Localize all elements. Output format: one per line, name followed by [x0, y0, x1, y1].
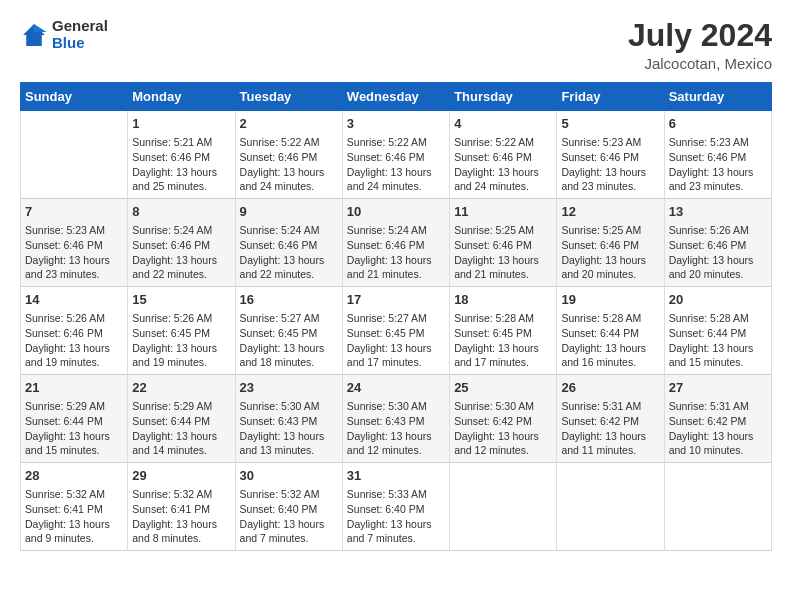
- sunrise: Sunrise: 5:24 AM: [347, 224, 427, 236]
- sunset: Sunset: 6:44 PM: [132, 415, 210, 427]
- calendar-table: Sunday Monday Tuesday Wednesday Thursday…: [20, 82, 772, 551]
- calendar-cell: 30Sunrise: 5:32 AMSunset: 6:40 PMDayligh…: [235, 462, 342, 550]
- daylight: Daylight: 13 hours and 25 minutes.: [132, 166, 217, 193]
- sunrise: Sunrise: 5:29 AM: [132, 400, 212, 412]
- daylight: Daylight: 13 hours and 10 minutes.: [669, 430, 754, 457]
- daylight: Daylight: 13 hours and 24 minutes.: [454, 166, 539, 193]
- sunrise: Sunrise: 5:31 AM: [561, 400, 641, 412]
- sunset: Sunset: 6:41 PM: [25, 503, 103, 515]
- calendar-cell: 8Sunrise: 5:24 AMSunset: 6:46 PMDaylight…: [128, 199, 235, 287]
- daylight: Daylight: 13 hours and 20 minutes.: [669, 254, 754, 281]
- sunset: Sunset: 6:42 PM: [454, 415, 532, 427]
- calendar-cell: [664, 462, 771, 550]
- sunset: Sunset: 6:40 PM: [347, 503, 425, 515]
- sunrise: Sunrise: 5:23 AM: [561, 136, 641, 148]
- day-number: 21: [25, 379, 123, 397]
- calendar-cell: 1Sunrise: 5:21 AMSunset: 6:46 PMDaylight…: [128, 111, 235, 199]
- sunset: Sunset: 6:46 PM: [561, 239, 639, 251]
- day-number: 8: [132, 203, 230, 221]
- sunrise: Sunrise: 5:32 AM: [132, 488, 212, 500]
- day-number: 31: [347, 467, 445, 485]
- calendar-cell: 22Sunrise: 5:29 AMSunset: 6:44 PMDayligh…: [128, 375, 235, 463]
- sunrise: Sunrise: 5:21 AM: [132, 136, 212, 148]
- title-block: July 2024 Jalcocotan, Mexico: [628, 18, 772, 72]
- daylight: Daylight: 13 hours and 13 minutes.: [240, 430, 325, 457]
- day-number: 19: [561, 291, 659, 309]
- sunrise: Sunrise: 5:22 AM: [347, 136, 427, 148]
- sunset: Sunset: 6:45 PM: [347, 327, 425, 339]
- sunrise: Sunrise: 5:24 AM: [132, 224, 212, 236]
- calendar-cell: 6Sunrise: 5:23 AMSunset: 6:46 PMDaylight…: [664, 111, 771, 199]
- calendar-cell: 29Sunrise: 5:32 AMSunset: 6:41 PMDayligh…: [128, 462, 235, 550]
- day-number: 14: [25, 291, 123, 309]
- col-sunday: Sunday: [21, 83, 128, 111]
- col-wednesday: Wednesday: [342, 83, 449, 111]
- daylight: Daylight: 13 hours and 23 minutes.: [561, 166, 646, 193]
- logo-general: General: [52, 18, 108, 35]
- day-number: 5: [561, 115, 659, 133]
- sunrise: Sunrise: 5:23 AM: [669, 136, 749, 148]
- daylight: Daylight: 13 hours and 24 minutes.: [347, 166, 432, 193]
- calendar-cell: 12Sunrise: 5:25 AMSunset: 6:46 PMDayligh…: [557, 199, 664, 287]
- calendar-cell: 4Sunrise: 5:22 AMSunset: 6:46 PMDaylight…: [450, 111, 557, 199]
- sunset: Sunset: 6:44 PM: [561, 327, 639, 339]
- col-monday: Monday: [128, 83, 235, 111]
- daylight: Daylight: 13 hours and 7 minutes.: [240, 518, 325, 545]
- sunrise: Sunrise: 5:26 AM: [669, 224, 749, 236]
- sunset: Sunset: 6:43 PM: [347, 415, 425, 427]
- calendar-cell: 17Sunrise: 5:27 AMSunset: 6:45 PMDayligh…: [342, 287, 449, 375]
- day-number: 15: [132, 291, 230, 309]
- header-row: Sunday Monday Tuesday Wednesday Thursday…: [21, 83, 772, 111]
- sunset: Sunset: 6:46 PM: [25, 327, 103, 339]
- daylight: Daylight: 13 hours and 20 minutes.: [561, 254, 646, 281]
- calendar-cell: 27Sunrise: 5:31 AMSunset: 6:42 PMDayligh…: [664, 375, 771, 463]
- calendar-cell: 16Sunrise: 5:27 AMSunset: 6:45 PMDayligh…: [235, 287, 342, 375]
- sunrise: Sunrise: 5:27 AM: [347, 312, 427, 324]
- calendar-header: Sunday Monday Tuesday Wednesday Thursday…: [21, 83, 772, 111]
- sunset: Sunset: 6:45 PM: [240, 327, 318, 339]
- daylight: Daylight: 13 hours and 16 minutes.: [561, 342, 646, 369]
- calendar-cell: 18Sunrise: 5:28 AMSunset: 6:45 PMDayligh…: [450, 287, 557, 375]
- sunset: Sunset: 6:40 PM: [240, 503, 318, 515]
- day-number: 1: [132, 115, 230, 133]
- sunrise: Sunrise: 5:31 AM: [669, 400, 749, 412]
- day-number: 7: [25, 203, 123, 221]
- sunrise: Sunrise: 5:28 AM: [561, 312, 641, 324]
- sunrise: Sunrise: 5:25 AM: [561, 224, 641, 236]
- sunset: Sunset: 6:41 PM: [132, 503, 210, 515]
- daylight: Daylight: 13 hours and 8 minutes.: [132, 518, 217, 545]
- sunrise: Sunrise: 5:29 AM: [25, 400, 105, 412]
- calendar-cell: 20Sunrise: 5:28 AMSunset: 6:44 PMDayligh…: [664, 287, 771, 375]
- calendar-row: 28Sunrise: 5:32 AMSunset: 6:41 PMDayligh…: [21, 462, 772, 550]
- day-number: 28: [25, 467, 123, 485]
- sunset: Sunset: 6:46 PM: [454, 151, 532, 163]
- calendar-cell: 31Sunrise: 5:33 AMSunset: 6:40 PMDayligh…: [342, 462, 449, 550]
- daylight: Daylight: 13 hours and 22 minutes.: [240, 254, 325, 281]
- calendar-row: 21Sunrise: 5:29 AMSunset: 6:44 PMDayligh…: [21, 375, 772, 463]
- calendar-cell: 9Sunrise: 5:24 AMSunset: 6:46 PMDaylight…: [235, 199, 342, 287]
- calendar-cell: 5Sunrise: 5:23 AMSunset: 6:46 PMDaylight…: [557, 111, 664, 199]
- sunset: Sunset: 6:46 PM: [669, 239, 747, 251]
- calendar-cell: 2Sunrise: 5:22 AMSunset: 6:46 PMDaylight…: [235, 111, 342, 199]
- daylight: Daylight: 13 hours and 24 minutes.: [240, 166, 325, 193]
- daylight: Daylight: 13 hours and 15 minutes.: [669, 342, 754, 369]
- day-number: 9: [240, 203, 338, 221]
- sunrise: Sunrise: 5:24 AM: [240, 224, 320, 236]
- daylight: Daylight: 13 hours and 12 minutes.: [347, 430, 432, 457]
- sunrise: Sunrise: 5:30 AM: [240, 400, 320, 412]
- calendar-row: 7Sunrise: 5:23 AMSunset: 6:46 PMDaylight…: [21, 199, 772, 287]
- day-number: 23: [240, 379, 338, 397]
- sunset: Sunset: 6:45 PM: [454, 327, 532, 339]
- sunset: Sunset: 6:46 PM: [240, 151, 318, 163]
- calendar-cell: [21, 111, 128, 199]
- daylight: Daylight: 13 hours and 21 minutes.: [454, 254, 539, 281]
- calendar-cell: 13Sunrise: 5:26 AMSunset: 6:46 PMDayligh…: [664, 199, 771, 287]
- calendar-row: 1Sunrise: 5:21 AMSunset: 6:46 PMDaylight…: [21, 111, 772, 199]
- col-thursday: Thursday: [450, 83, 557, 111]
- sunset: Sunset: 6:46 PM: [132, 239, 210, 251]
- col-saturday: Saturday: [664, 83, 771, 111]
- sunrise: Sunrise: 5:26 AM: [132, 312, 212, 324]
- calendar-cell: 26Sunrise: 5:31 AMSunset: 6:42 PMDayligh…: [557, 375, 664, 463]
- sunset: Sunset: 6:46 PM: [454, 239, 532, 251]
- sunrise: Sunrise: 5:28 AM: [669, 312, 749, 324]
